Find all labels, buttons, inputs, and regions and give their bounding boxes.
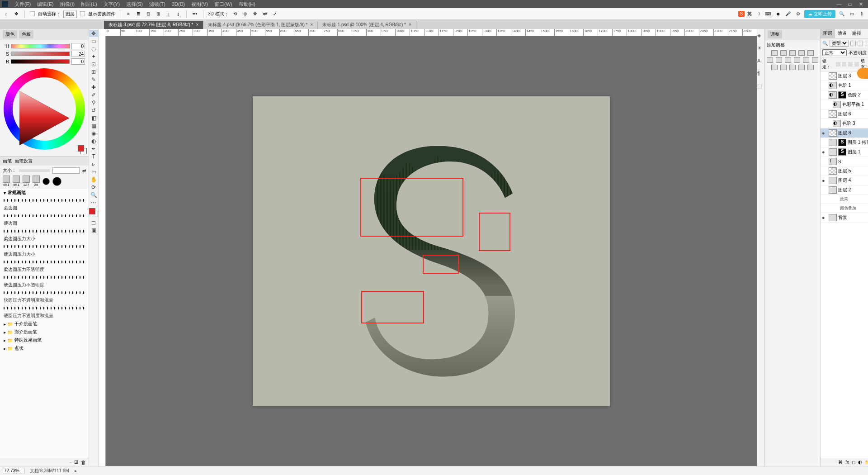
tab-color[interactable]: 颜色 — [3, 30, 17, 38]
pan-3d-icon[interactable]: ✥ — [251, 10, 259, 18]
artboard[interactable] — [253, 96, 610, 406]
hsb-b-input[interactable] — [71, 58, 85, 65]
menu-file[interactable]: 文件(F) — [12, 0, 33, 9]
adjust-icon[interactable] — [807, 50, 814, 56]
eyedropper-tool[interactable]: ✎ — [89, 76, 98, 83]
brush-preset-icon[interactable] — [23, 176, 30, 183]
distribute-icon[interactable]: ⫼ — [165, 10, 172, 18]
brush-preset-icon[interactable] — [52, 177, 61, 186]
adjust-colorbalance-icon[interactable] — [785, 57, 791, 63]
adjustments-icon[interactable]: ☀ — [757, 45, 764, 52]
orbit-3d-icon[interactable]: ⟲ — [231, 10, 239, 18]
adjust-levels-icon[interactable] — [780, 50, 787, 56]
brush-preset-icon[interactable] — [13, 176, 20, 183]
tab-adjustments[interactable]: 调整 — [768, 30, 782, 38]
history-brush-tool[interactable]: ↺ — [89, 107, 98, 114]
brush-size-slider[interactable] — [19, 169, 50, 172]
menu-view[interactable]: 视图(V) — [189, 0, 211, 9]
link-layers-icon[interactable]: ⌘ — [838, 460, 843, 465]
layer-row[interactable]: 效果 — [821, 195, 868, 204]
tab-brush-settings[interactable]: 画笔设置 — [14, 158, 33, 164]
scale-3d-icon[interactable]: ⤢ — [271, 10, 278, 18]
layer-row[interactable]: 图层 5 — [821, 166, 868, 176]
layer-list[interactable]: 图层 3◐色阶 1◐S色阶 2◐色彩平衡 1图层 6◐色阶 3●图层 8S图层 … — [821, 71, 868, 458]
mask-icon[interactable]: ◻ — [852, 460, 855, 465]
adjust-invert-icon[interactable] — [771, 65, 778, 70]
zoom-input[interactable] — [3, 468, 24, 474]
menu-image[interactable]: 图像(I) — [57, 0, 77, 9]
character-icon[interactable]: A — [757, 58, 764, 65]
lock-all-icon[interactable] — [854, 62, 859, 66]
shape-tool[interactable]: ▭ — [89, 168, 98, 176]
layer-row[interactable]: ●S图层 1 — [821, 147, 868, 157]
brush-preset-icon[interactable] — [33, 176, 40, 183]
zoom-tool[interactable]: 🔍 — [89, 191, 98, 199]
hsb-s-input[interactable] — [71, 51, 85, 57]
menu-filter[interactable]: 滤镜(T) — [146, 0, 168, 9]
fx-icon[interactable]: fx — [845, 460, 849, 465]
paragraph-icon[interactable]: ¶ — [757, 71, 764, 78]
tab-channels[interactable]: 通道 — [835, 29, 849, 38]
adjust-posterize-icon[interactable] — [780, 65, 787, 70]
menu-window[interactable]: 窗口(W) — [212, 0, 235, 9]
tab-paths[interactable]: 路径 — [849, 29, 864, 38]
adjust-icon[interactable] — [803, 57, 809, 63]
ime-emoji-icon[interactable]: ☻ — [774, 10, 782, 18]
tab-doc-2[interactable]: 未标题-4.psd @ 66.7% (色彩平衡 1, 图层蒙版/8) *× — [203, 21, 318, 29]
brush-preset-icon[interactable] — [3, 176, 10, 183]
menu-help[interactable]: 帮助(H) — [236, 0, 258, 9]
window-minimize[interactable]: — — [834, 1, 844, 7]
adjust-hue-icon[interactable] — [776, 57, 782, 63]
tab-layers[interactable]: 图层 — [821, 29, 835, 38]
menu-type[interactable]: 文字(Y) — [101, 0, 123, 9]
dodge-tool[interactable]: ◐ — [89, 138, 98, 145]
align-icon[interactable]: ⊟ — [145, 10, 152, 18]
tab-doc-1[interactable]: 未标题-3.psd @ 72.7% (图层 8, RGB/8#) *× — [104, 21, 203, 29]
fgbg-swatches[interactable] — [78, 145, 87, 154]
layer-row[interactable]: ◐色阶 1 — [821, 81, 868, 90]
histogram-icon[interactable]: ◈ — [757, 33, 764, 40]
quickmask-tool[interactable]: ◻ — [89, 219, 98, 226]
brush-size-input[interactable] — [52, 167, 80, 174]
lock-pixel-icon[interactable] — [842, 62, 847, 66]
layer-row[interactable]: ◐色阶 3 — [821, 119, 868, 128]
transform-checkbox[interactable] — [80, 11, 85, 17]
search-icon[interactable]: 🔍 — [838, 10, 845, 18]
distribute-icon[interactable]: ⫿ — [175, 10, 182, 18]
adjust-icon[interactable] — [812, 57, 818, 63]
gradient-tool[interactable]: ▦ — [89, 122, 98, 129]
adjust-selcolor-icon[interactable] — [807, 65, 814, 70]
autoselect-target-select[interactable]: 图层 — [63, 10, 77, 18]
layer-row[interactable]: ◐S色阶 2 — [821, 90, 868, 100]
layer-row[interactable]: 图层 6 — [821, 109, 868, 119]
adjust-threshold-icon[interactable] — [789, 65, 796, 70]
brush-tool[interactable]: ✐ — [89, 91, 98, 99]
adjust-vibrance-icon[interactable] — [767, 57, 773, 63]
align-icon[interactable]: ≡ — [125, 10, 132, 18]
layer-row[interactable]: TS — [821, 157, 868, 166]
spot-heal-tool[interactable]: ✚ — [89, 84, 98, 91]
lock-trans-icon[interactable] — [836, 62, 840, 66]
layer-row[interactable]: ●图层 8 — [821, 128, 868, 138]
adjust-gradmap-icon[interactable] — [798, 65, 805, 70]
adjust-bw-icon[interactable] — [794, 57, 800, 63]
share-icon[interactable]: ⇧ — [858, 10, 865, 18]
layer-row[interactable]: ●图层 4 — [821, 176, 868, 185]
menu-layer[interactable]: 图层(L) — [78, 0, 99, 9]
adjust-exposure-icon[interactable] — [798, 50, 805, 56]
filter-pixel-icon[interactable] — [850, 41, 856, 46]
side-bubble-icon[interactable] — [857, 68, 868, 79]
delete-brush-icon[interactable]: 🗑 — [81, 460, 86, 465]
ime-mic-icon[interactable]: 🎤 — [784, 10, 792, 18]
hsb-h-input[interactable] — [71, 43, 85, 49]
home-icon[interactable]: ⌂ — [3, 10, 10, 18]
marquee-tool[interactable]: ▭ — [89, 38, 98, 45]
menu-select[interactable]: 选择(S) — [123, 0, 146, 9]
edit-toolbar[interactable]: ⋯ — [89, 199, 98, 206]
frame-tool[interactable]: ⊞ — [89, 68, 98, 76]
tab-brush[interactable]: 画笔 — [3, 158, 12, 164]
layer-row[interactable]: ◐色彩平衡 1 — [821, 100, 868, 109]
align-icon[interactable]: ⊞ — [155, 10, 162, 18]
hsb-h-slider[interactable] — [11, 44, 70, 48]
filter-type-icon[interactable] — [865, 41, 868, 46]
